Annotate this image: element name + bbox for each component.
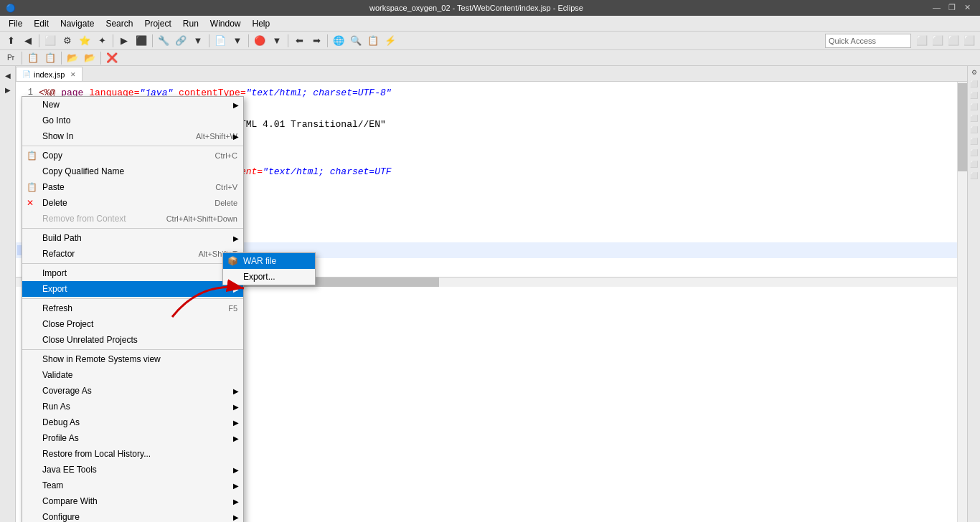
- toolbar-btn-13[interactable]: ▼: [230, 33, 245, 49]
- ctx-copy[interactable]: 📋 Copy Ctrl+C: [22, 148, 243, 163]
- toolbar-btn-15[interactable]: ▼: [269, 33, 285, 49]
- toolbar-btn-20[interactable]: 📋: [365, 33, 381, 49]
- ctx-paste[interactable]: 📋 Paste Ctrl+V: [22, 179, 243, 195]
- menu-bar: File Edit Navigate Search Project Run Wi…: [0, 16, 980, 32]
- toolbar-btn-9[interactable]: 🔧: [156, 33, 171, 49]
- toolbar-btn-16[interactable]: ⬅: [291, 33, 307, 49]
- ctx-sep-3: [22, 263, 243, 264]
- toolbar-perspective-btn[interactable]: ⬜: [914, 33, 930, 49]
- toolbar-btn-7[interactable]: ▶: [116, 33, 132, 49]
- submenu-export-dots[interactable]: Export...: [223, 269, 315, 285]
- menu-search[interactable]: Search: [100, 17, 138, 30]
- right-sidebar-btn-3[interactable]: ⬜: [969, 90, 979, 100]
- submenu-war-file[interactable]: 📦 WAR file: [223, 253, 315, 269]
- ctx-sep-4: [22, 298, 243, 299]
- ctx-import[interactable]: Import ▶: [22, 265, 243, 281]
- quick-access-input[interactable]: Quick Access: [825, 34, 911, 48]
- toolbar-btn-17[interactable]: ➡: [308, 33, 324, 49]
- ctx-delete[interactable]: ✕ Delete Delete: [22, 195, 243, 211]
- toolbar-perspective-btn3[interactable]: ⬜: [946, 33, 961, 49]
- ctx-new[interactable]: ▶ New: [22, 97, 243, 113]
- toolbar-sep-2: [113, 34, 113, 47]
- toolbar-btn-21[interactable]: ⚡: [382, 33, 398, 49]
- toolbar-perspective-btn4[interactable]: ⬜: [961, 33, 977, 49]
- ctx-coverage-as[interactable]: Coverage As ▶: [22, 383, 243, 399]
- menu-window[interactable]: Window: [204, 17, 247, 30]
- ctx-compare-with[interactable]: Compare With ▶: [22, 493, 243, 509]
- toolbar-btn-10[interactable]: 🔗: [173, 33, 189, 49]
- toolbar2-btn-6[interactable]: ❌: [104, 50, 120, 66]
- tab-close-icon[interactable]: ✕: [70, 71, 76, 78]
- right-sidebar-btn-2[interactable]: ⬜: [969, 79, 979, 89]
- right-sidebar-btn-5[interactable]: ⬜: [969, 113, 979, 123]
- toolbar-btn-4[interactable]: ⚙: [60, 33, 75, 49]
- toolbar-btn-1[interactable]: ⬆: [3, 33, 19, 49]
- ctx-close-project[interactable]: Close Project: [22, 316, 243, 332]
- right-sidebar-btn-4[interactable]: ⬜: [969, 102, 979, 112]
- ctx-copy-qualified[interactable]: Copy Qualified Name: [22, 163, 243, 179]
- ctx-run-as[interactable]: Run As ▶: [22, 399, 243, 414]
- ctx-refresh[interactable]: Refresh F5: [22, 300, 243, 316]
- right-sidebar-btn-10[interactable]: ⬜: [969, 171, 979, 181]
- ctx-team[interactable]: Team ▶: [22, 478, 243, 493]
- eclipse-icon: 🔵: [6, 4, 16, 13]
- toolbar2-btn-2[interactable]: 📋: [25, 50, 41, 66]
- refresh-shortcut: F5: [228, 304, 237, 313]
- ctx-build-path[interactable]: Build Path ▶: [22, 230, 243, 246]
- ctx-remove-context: Remove from Context Ctrl+Alt+Shift+Down: [22, 211, 243, 227]
- context-menu: ▶ New Go Into Show In Alt+Shift+W ▶ 📋 Co…: [22, 96, 244, 522]
- toolbar2-btn-5[interactable]: 📂: [82, 50, 98, 66]
- right-sidebar-btn-8[interactable]: ⬜: [969, 148, 979, 158]
- toolbar-perspective-btn2[interactable]: ⬜: [930, 33, 946, 49]
- toolbar2-btn-1[interactable]: Pr: [3, 50, 19, 66]
- ctx-profile-as[interactable]: Profile As ▶: [22, 430, 243, 446]
- ctx-java-ee-tools[interactable]: Java EE Tools ▶: [22, 462, 243, 478]
- ctx-export[interactable]: Export ▶: [22, 281, 243, 297]
- export-submenu: 📦 WAR file Export...: [222, 252, 316, 285]
- ctx-configure[interactable]: Configure ▶: [22, 509, 243, 522]
- toolbar2-btn-4[interactable]: 📂: [65, 50, 80, 66]
- toolbar2-sep: [22, 52, 22, 65]
- menu-edit[interactable]: Edit: [28, 17, 55, 30]
- build-path-arrow-icon: ▶: [233, 234, 239, 242]
- menu-run[interactable]: Run: [177, 17, 204, 30]
- toolbar-btn-3[interactable]: ⬜: [42, 33, 58, 49]
- toolbar2-btn-3[interactable]: 📋: [42, 50, 58, 66]
- tab-label: index.jsp: [34, 70, 65, 79]
- right-sidebar-btn-6[interactable]: ⬜: [969, 125, 979, 135]
- right-sidebar-btn-7[interactable]: ⬜: [969, 136, 979, 146]
- toolbar-btn-11[interactable]: ▼: [190, 33, 206, 49]
- menu-file[interactable]: File: [3, 17, 28, 30]
- v-scrollbar-thumb[interactable]: [958, 83, 967, 171]
- toolbar-btn-8[interactable]: ⬛: [133, 33, 149, 49]
- menu-project[interactable]: Project: [138, 17, 176, 30]
- left-strip-btn-2[interactable]: ▶: [1, 83, 14, 96]
- menu-help[interactable]: Help: [247, 17, 276, 30]
- ctx-debug-as[interactable]: Debug As ▶: [22, 414, 243, 430]
- toolbar-btn-12[interactable]: 📄: [212, 33, 228, 49]
- toolbar-btn-18[interactable]: 🌐: [331, 33, 347, 49]
- ctx-go-into[interactable]: Go Into: [22, 113, 243, 128]
- close-button[interactable]: ✕: [964, 3, 974, 13]
- right-sidebar-btn-9[interactable]: ⬜: [969, 159, 979, 169]
- toolbar2-sep2: [61, 52, 62, 65]
- left-strip-btn-1[interactable]: ◀: [1, 69, 14, 82]
- toolbar-btn-6[interactable]: ✦: [94, 33, 110, 49]
- vertical-scrollbar[interactable]: [957, 82, 967, 522]
- toolbar-btn-5[interactable]: ⭐: [77, 33, 93, 49]
- ctx-show-in[interactable]: Show In Alt+Shift+W ▶: [22, 128, 243, 144]
- minimize-button[interactable]: —: [933, 3, 943, 13]
- ctx-show-remote[interactable]: Show in Remote Systems view: [22, 351, 243, 367]
- toolbar-btn-2[interactable]: ◀: [20, 33, 36, 49]
- toolbar-btn-14[interactable]: 🔴: [252, 33, 268, 49]
- right-sidebar-btn-1[interactable]: ⚙: [969, 67, 979, 77]
- toolbar-btn-19[interactable]: 🔍: [348, 33, 364, 49]
- configure-arrow-icon: ▶: [233, 513, 239, 521]
- maximize-button[interactable]: ❐: [948, 3, 958, 13]
- ctx-close-unrelated[interactable]: Close Unrelated Projects: [22, 332, 243, 348]
- ctx-validate[interactable]: Validate: [22, 367, 243, 383]
- menu-navigate[interactable]: Navigate: [55, 17, 100, 30]
- ctx-refactor[interactable]: Refactor Alt+Shift+T ▶: [22, 246, 243, 262]
- ctx-restore-history[interactable]: Restore from Local History...: [22, 446, 243, 462]
- editor-tab-index-jsp[interactable]: 📄 index.jsp ✕: [16, 67, 83, 81]
